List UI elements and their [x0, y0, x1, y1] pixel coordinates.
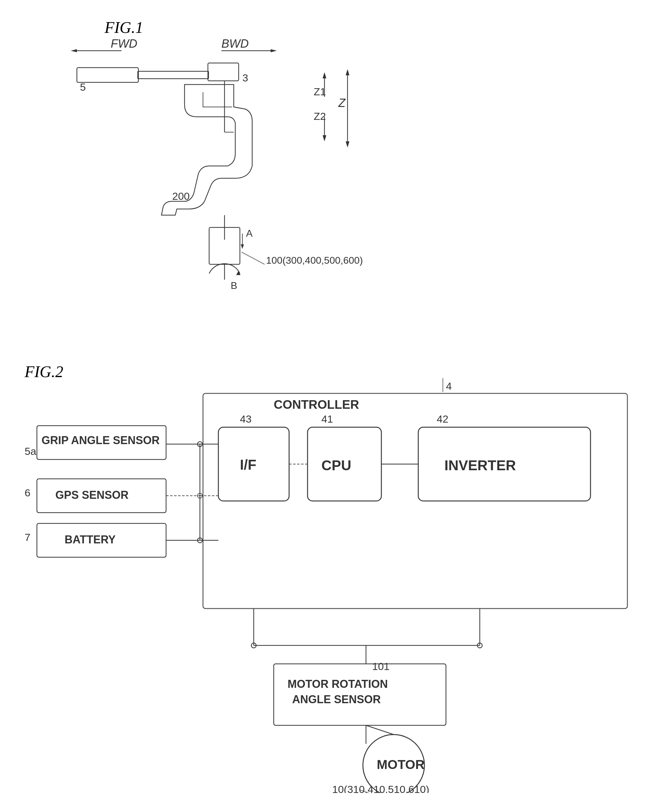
- svg-text:4: 4: [446, 380, 452, 392]
- svg-line-80: [366, 725, 394, 735]
- svg-marker-15: [346, 142, 349, 148]
- fig2-diagram: 4 CONTROLLER 41 42 43 I/F CPU INVERTER 5…: [25, 375, 646, 793]
- svg-text:GPS SENSOR: GPS SENSOR: [55, 489, 128, 501]
- svg-rect-18: [208, 63, 239, 81]
- svg-text:I/F: I/F: [240, 457, 256, 473]
- svg-text:A: A: [246, 228, 253, 239]
- svg-marker-14: [346, 69, 349, 75]
- svg-text:BATTERY: BATTERY: [65, 533, 116, 546]
- svg-text:Z1: Z1: [314, 86, 326, 97]
- svg-text:Z: Z: [338, 97, 346, 109]
- svg-text:Z2: Z2: [314, 110, 326, 122]
- svg-text:INVERTER: INVERTER: [445, 457, 516, 473]
- svg-marker-5: [271, 49, 277, 52]
- fig1-diagram: FWD BWD Z1 Z2 Z 5 3: [62, 31, 369, 323]
- svg-text:101: 101: [372, 660, 390, 672]
- svg-text:ANGLE SENSOR: ANGLE SENSOR: [292, 693, 381, 706]
- svg-text:200: 200: [172, 190, 190, 202]
- svg-text:MOTOR ROTATION: MOTOR ROTATION: [287, 678, 388, 690]
- svg-text:6: 6: [25, 487, 31, 498]
- svg-text:7: 7: [25, 531, 31, 543]
- svg-text:MOTOR: MOTOR: [377, 757, 425, 772]
- svg-text:5a: 5a: [25, 445, 36, 457]
- svg-marker-2: [71, 49, 77, 52]
- svg-text:B: B: [231, 280, 237, 291]
- svg-text:42: 42: [437, 413, 448, 425]
- svg-rect-16: [77, 68, 139, 82]
- svg-marker-8: [323, 72, 326, 78]
- svg-text:10(310,410,510,610): 10(310,410,510,610): [332, 783, 429, 793]
- svg-text:CONTROLLER: CONTROLLER: [274, 398, 359, 411]
- svg-marker-27: [241, 244, 244, 249]
- svg-marker-11: [323, 135, 326, 142]
- svg-text:3: 3: [242, 72, 248, 84]
- svg-text:CPU: CPU: [321, 457, 351, 473]
- svg-text:43: 43: [240, 413, 251, 425]
- svg-text:41: 41: [321, 413, 333, 425]
- svg-text:100(300,400,500,600): 100(300,400,500,600): [266, 255, 363, 266]
- svg-rect-17: [138, 71, 209, 78]
- svg-text:FWD: FWD: [111, 37, 137, 50]
- svg-text:5: 5: [80, 81, 86, 93]
- svg-line-30: [241, 252, 265, 264]
- svg-text:GRIP ANGLE SENSOR: GRIP ANGLE SENSOR: [41, 434, 160, 447]
- svg-text:BWD: BWD: [221, 37, 249, 50]
